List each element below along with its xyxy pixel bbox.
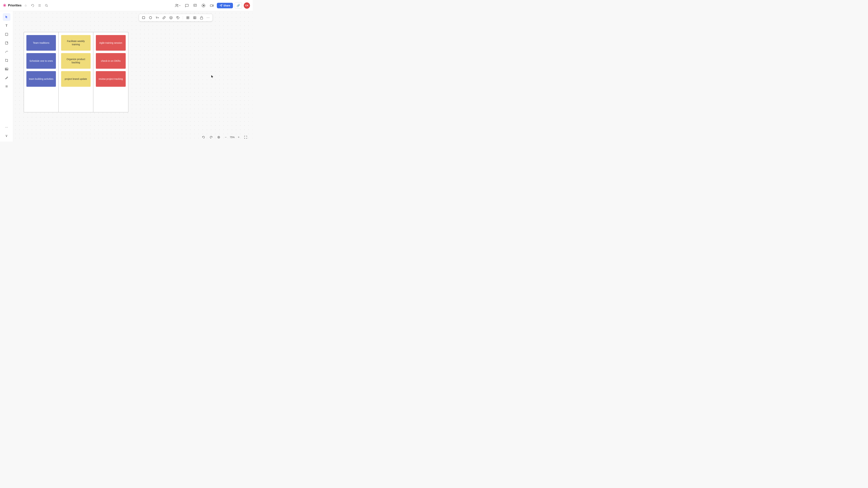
svg-point-26	[171, 17, 172, 18]
image-tool-button[interactable]	[3, 65, 10, 73]
cursor-tool-button[interactable]	[3, 13, 10, 21]
topbar-left: ✳ Priorities ☆ ☰	[3, 3, 172, 8]
note-agile-training[interactable]: Agile training session	[96, 35, 126, 51]
search-button[interactable]	[44, 3, 49, 8]
left-sidebar: T	[0, 11, 13, 141]
svg-marker-8	[203, 5, 204, 6]
avatar: CK	[244, 2, 250, 9]
zoom-out-button[interactable]: −	[223, 135, 228, 140]
more-options-button[interactable]: ···	[206, 15, 210, 20]
svg-rect-11	[5, 33, 8, 36]
note-schedule-one-to-ones[interactable]: Schedule one to ones	[26, 53, 56, 69]
circle-tool-button[interactable]	[148, 15, 153, 20]
center-view-button[interactable]	[216, 135, 222, 139]
note-review-tracking[interactable]: review project tracking	[96, 71, 126, 87]
svg-point-3	[177, 4, 178, 5]
svg-rect-4	[194, 4, 197, 6]
star-button[interactable]: ☆	[23, 3, 28, 8]
rect-tool-button[interactable]	[142, 15, 146, 20]
camera-button[interactable]	[209, 3, 215, 8]
svg-rect-30	[187, 18, 188, 19]
svg-rect-28	[187, 17, 188, 18]
draw-tool-button[interactable]	[3, 74, 10, 82]
cursor	[211, 75, 214, 78]
svg-point-37	[218, 136, 220, 138]
topbar-right: ▾	[174, 2, 250, 9]
svg-rect-32	[193, 17, 196, 19]
svg-point-0	[45, 4, 47, 6]
svg-line-1	[47, 6, 48, 7]
list-tool-button[interactable]	[3, 83, 10, 90]
lock-button[interactable]	[199, 15, 204, 20]
note-organize-backlog[interactable]: Organize product backlog	[61, 53, 91, 69]
team-button[interactable]: ▾	[174, 3, 182, 8]
svg-rect-22	[142, 17, 145, 19]
zoom-in-button[interactable]: +	[236, 135, 241, 140]
line-tool-button[interactable]	[3, 48, 10, 56]
logo-icon: ✳	[3, 3, 6, 8]
svg-rect-31	[188, 18, 189, 19]
canvas[interactable]: Team traditions Schedule one to ones tea…	[13, 11, 253, 141]
svg-point-38	[218, 137, 219, 137]
svg-point-24	[169, 16, 173, 19]
svg-point-27	[177, 17, 178, 18]
board-column-3: Agile training session check-in on OKRs …	[93, 32, 128, 112]
play-button[interactable]	[200, 3, 207, 8]
floating-toolbar: T+	[139, 14, 213, 21]
text-plus-button[interactable]: T+	[155, 16, 159, 20]
svg-line-18	[7, 77, 7, 77]
note-project-brand[interactable]: project brand update	[61, 71, 91, 87]
svg-rect-9	[210, 5, 213, 6]
table-view-button[interactable]	[193, 15, 197, 20]
copy-link-button[interactable]: 🔗	[235, 2, 242, 9]
svg-point-23	[149, 17, 152, 19]
undo-button[interactable]	[200, 135, 207, 139]
grid-view-button[interactable]	[186, 15, 190, 20]
share-button[interactable]: Share	[217, 3, 233, 8]
bottom-bar: − 75% +	[13, 133, 253, 141]
collapse-sidebar-button[interactable]: ∨	[3, 132, 10, 139]
redo-button[interactable]	[208, 135, 214, 139]
topbar: ✳ Priorities ☆ ☰ ▾	[0, 0, 253, 11]
menu-button[interactable]: ☰	[37, 3, 42, 8]
board-column-2: Facilitate weekly training Organize prod…	[59, 32, 93, 112]
svg-rect-36	[200, 18, 203, 19]
frame-tool-button[interactable]	[3, 31, 10, 38]
note-facilitate-training[interactable]: Facilitate weekly training	[61, 35, 91, 51]
crop-tool-button[interactable]	[3, 57, 10, 64]
comment-button[interactable]	[192, 3, 198, 8]
page-title: Priorities	[8, 4, 22, 7]
note-check-in-okrs[interactable]: check-in on OKRs	[96, 53, 126, 69]
svg-rect-29	[188, 17, 189, 18]
board-column-1: Team traditions Schedule one to ones tea…	[24, 32, 59, 112]
zoom-level: 75%	[230, 136, 235, 139]
fullscreen-button[interactable]	[243, 135, 249, 139]
sticky-tool-button[interactable]	[3, 39, 10, 47]
text-tool-button[interactable]: T	[3, 22, 10, 30]
svg-rect-13	[5, 59, 8, 61]
kanban-board: Team traditions Schedule one to ones tea…	[24, 32, 128, 112]
chat-button[interactable]	[184, 3, 190, 8]
svg-point-2	[176, 4, 177, 5]
history-button[interactable]	[30, 3, 35, 8]
tag-button[interactable]	[176, 15, 180, 20]
more-tools-button[interactable]: ···	[3, 123, 10, 131]
svg-point-25	[170, 17, 170, 18]
svg-rect-12	[5, 42, 8, 44]
note-team-building[interactable]: team building activities	[26, 71, 56, 87]
link-button[interactable]	[162, 15, 166, 20]
emoji-button[interactable]	[169, 15, 173, 20]
note-team-traditions[interactable]: Team traditions	[26, 35, 56, 51]
